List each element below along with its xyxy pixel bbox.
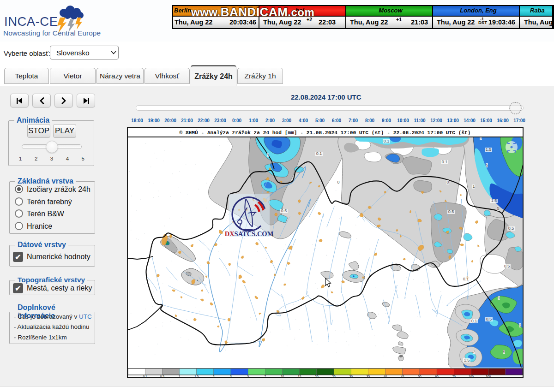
svg-text:1.5: 1.5 [464, 358, 470, 362]
svg-text:3: 3 [519, 323, 521, 327]
svg-text:0.1: 0.1 [471, 319, 477, 323]
svg-text:5: 5 [503, 350, 505, 354]
svg-text:0.5: 0.5 [508, 226, 514, 231]
svg-text:50: 50 [418, 375, 422, 378]
svg-text:DXSATCS.COM: DXSATCS.COM [225, 230, 274, 238]
svg-text:5: 5 [497, 206, 499, 211]
svg-text:300: 300 [486, 375, 491, 378]
svg-text:0: 0 [446, 180, 449, 184]
svg-text:45: 45 [401, 375, 404, 378]
svg-text:20: 20 [315, 375, 319, 378]
svg-text:0.1: 0.1 [442, 160, 448, 164]
svg-text:0.5: 0.5 [504, 264, 510, 268]
svg-text:3: 3 [230, 375, 232, 378]
svg-text:40: 40 [384, 375, 387, 378]
svg-text:1: 1 [498, 296, 500, 300]
svg-text:0.5: 0.5 [448, 209, 454, 214]
svg-text:1.5: 1.5 [491, 198, 497, 203]
svg-text:70: 70 [452, 375, 456, 378]
svg-text:© SHMÚ - Analýza zrážok za 24: © SHMÚ - Analýza zrážok za 24 hod [mm] -… [179, 130, 470, 136]
svg-text:0.5: 0.5 [486, 317, 492, 321]
svg-text:1: 1 [480, 136, 482, 140]
svg-text:0.5: 0.5 [281, 208, 287, 213]
svg-text:30: 30 [349, 375, 353, 378]
svg-text:60: 60 [435, 375, 439, 378]
svg-text:0.1: 0.1 [316, 151, 322, 156]
svg-text:0.1: 0.1 [463, 277, 469, 281]
svg-text:2: 2 [213, 375, 215, 378]
svg-text:100: 100 [469, 375, 474, 378]
svg-text:1: 1 [179, 375, 181, 378]
svg-text:7: 7 [265, 375, 266, 378]
svg-text:1.5: 1.5 [486, 147, 492, 152]
svg-text:5: 5 [247, 375, 249, 378]
svg-text:1.5: 1.5 [194, 375, 199, 378]
svg-text:35: 35 [367, 375, 370, 378]
svg-text:0.5: 0.5 [160, 375, 164, 378]
svg-text:0: 0 [337, 180, 339, 184]
svg-text:0.1: 0.1 [143, 375, 147, 378]
svg-text:0.1: 0.1 [384, 139, 390, 143]
svg-text:15: 15 [298, 375, 301, 378]
svg-text:5: 5 [486, 163, 488, 167]
svg-text:10: 10 [281, 375, 284, 378]
svg-text:1: 1 [472, 184, 475, 189]
svg-text:25: 25 [332, 375, 336, 378]
svg-text:1: 1 [267, 153, 269, 157]
svg-text:2: 2 [473, 350, 475, 354]
